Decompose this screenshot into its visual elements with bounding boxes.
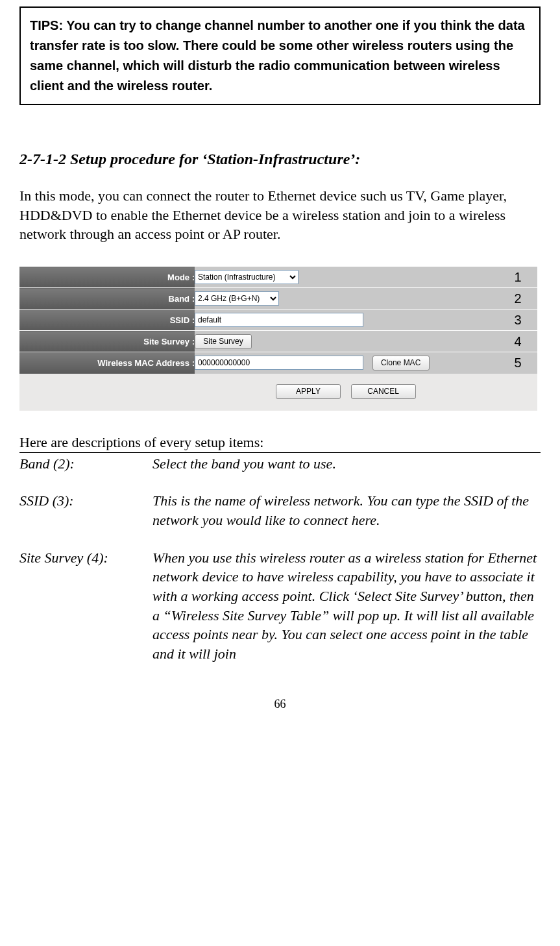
row-site-survey: Site Survey : Site Survey 4 [19, 331, 537, 352]
label-mac: Wireless MAC Address : [19, 352, 195, 374]
intro-paragraph: In this mode, you can connect the router… [19, 186, 541, 244]
tips-box: TIPS: You can try to change channel numb… [19, 6, 541, 105]
label-mode: Mode : [19, 267, 195, 288]
mode-select[interactable]: Station (Infrastructure) [195, 270, 298, 284]
desc-intro: Here are descriptions of every setup ite… [19, 434, 541, 451]
page-number: 66 [19, 697, 541, 711]
desc-text-ssid: This is the name of wireless network. Yo… [152, 490, 541, 546]
desc-text-band: Select the band you want to use. [152, 452, 541, 490]
desc-text-survey: When you use this wireless router as a w… [152, 547, 541, 665]
router-config-panel: Mode : Station (Infrastructure) 1 Band :… [19, 266, 537, 411]
clone-mac-button[interactable]: Clone MAC [372, 356, 430, 370]
mac-input[interactable] [195, 356, 363, 370]
desc-label-survey: Site Survey (4): [19, 547, 152, 665]
site-survey-button[interactable]: Site Survey [195, 334, 252, 349]
apply-button[interactable]: APPLY [276, 384, 341, 399]
desc-row-ssid: SSID (3): This is the name of wireless n… [19, 490, 541, 546]
panel-button-row: APPLY CANCEL [19, 374, 537, 399]
desc-label-band: Band (2): [19, 452, 152, 490]
row-mac: Wireless MAC Address : Clone MAC 5 [19, 352, 537, 374]
band-select[interactable]: 2.4 GHz (B+G+N) [195, 291, 279, 306]
annot-5: 5 [498, 352, 537, 374]
ssid-input[interactable] [195, 313, 363, 327]
desc-table: Band (2): Select the band you want to us… [19, 452, 541, 665]
row-ssid: SSID : 3 [19, 309, 537, 331]
label-ssid: SSID : [19, 309, 195, 331]
annot-2: 2 [498, 288, 537, 309]
row-band: Band : 2.4 GHz (B+G+N) 2 [19, 288, 537, 309]
annot-3: 3 [498, 309, 537, 331]
annot-4: 4 [498, 331, 537, 352]
desc-row-band: Band (2): Select the band you want to us… [19, 452, 541, 490]
cancel-button[interactable]: CANCEL [351, 384, 416, 399]
desc-label-ssid: SSID (3): [19, 490, 152, 546]
desc-row-survey: Site Survey (4): When you use this wirel… [19, 547, 541, 665]
section-title: 2-7-1-2 Setup procedure for ‘Station-Inf… [19, 151, 541, 168]
row-mode: Mode : Station (Infrastructure) 1 [19, 267, 537, 288]
annot-1: 1 [498, 267, 537, 288]
label-band: Band : [19, 288, 195, 309]
label-site-survey: Site Survey : [19, 331, 195, 352]
